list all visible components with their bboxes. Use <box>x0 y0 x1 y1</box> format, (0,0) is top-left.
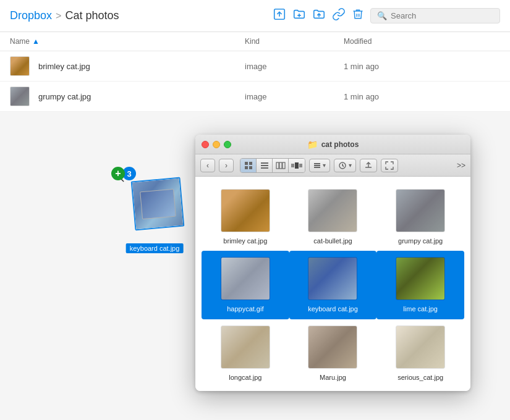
breadcrumb-separator: > <box>56 10 61 22</box>
finder-title-text: cat photos <box>321 140 359 149</box>
finder-item-thumbnail <box>396 189 445 232</box>
finder-item-thumbnail <box>396 257 445 300</box>
col-header-kind: Kind <box>245 37 344 46</box>
toolbar-expand-button[interactable]: >> <box>457 161 465 170</box>
link-icon[interactable] <box>332 7 346 24</box>
share-button[interactable] <box>360 159 377 172</box>
file-name-cell: brimley cat.jpg <box>10 56 245 76</box>
breadcrumb-current: Cat photos <box>65 9 119 22</box>
icon-view-button[interactable] <box>240 159 257 172</box>
finder-item[interactable]: grumpy cat.jpg <box>376 183 464 251</box>
svg-rect-16 <box>314 167 320 168</box>
svg-rect-11 <box>291 164 294 167</box>
finder-window: 📁 cat photos ‹ › ▾ ▾ <box>195 135 470 391</box>
finder-titlebar: 📁 cat photos <box>195 135 470 154</box>
file-name: brimley cat.jpg <box>38 62 90 71</box>
file-thumbnail <box>10 86 30 106</box>
finder-item[interactable]: longcat.jpg <box>202 319 289 387</box>
svg-rect-14 <box>314 163 320 164</box>
view-toggle-group <box>240 158 305 173</box>
header-actions: 🔍 <box>273 7 500 24</box>
file-kind: image <box>245 62 344 71</box>
finder-traffic-lights <box>202 141 231 148</box>
forward-button[interactable]: › <box>219 159 234 172</box>
fullscreen-button[interactable] <box>224 141 231 148</box>
new-folder-icon[interactable] <box>292 7 306 24</box>
finder-item-thumbnail <box>221 257 270 300</box>
sort-arrow-icon: ▲ <box>32 37 40 46</box>
finder-item-thumbnail <box>221 189 270 232</box>
search-icon: 🔍 <box>377 11 387 20</box>
delete-icon[interactable] <box>352 7 364 24</box>
arrange-chevron: ▾ <box>323 162 326 169</box>
drag-file-label: keyboard cat.jpg <box>126 243 184 253</box>
finder-item-label: happycat.gif <box>224 304 266 314</box>
finder-item-label: longcat.jpg <box>226 372 264 382</box>
finder-item-label: cat-bullet.jpg <box>311 236 354 246</box>
finder-item[interactable]: serious_cat.jpg <box>376 319 464 387</box>
svg-rect-7 <box>261 167 268 169</box>
file-name-cell: grumpy cat.jpg <box>10 86 245 106</box>
drag-area: ↖ + 3 keyboard cat.jpg <box>99 167 210 253</box>
svg-rect-2 <box>249 162 252 165</box>
fullscreen-toggle[interactable] <box>381 159 398 172</box>
finder-item[interactable]: cat-bullet.jpg <box>289 183 377 251</box>
file-modified: 1 min ago <box>344 62 500 71</box>
search-input[interactable] <box>391 11 493 20</box>
finder-folder-icon: 📁 <box>307 140 318 149</box>
svg-rect-6 <box>261 165 268 166</box>
file-rows: brimley cat.jpg image 1 min ago grumpy c… <box>0 51 510 112</box>
drag-preview-image <box>131 177 185 231</box>
column-view-button[interactable] <box>273 159 289 172</box>
finder-item[interactable]: keyboard cat.jpg <box>289 251 377 319</box>
svg-rect-13 <box>299 164 302 167</box>
arrange-button[interactable]: ▾ <box>309 159 330 172</box>
col-header-modified: Modified <box>344 37 500 46</box>
finder-item-label: Maru.jpg <box>317 372 349 382</box>
finder-item[interactable]: brimley cat.jpg <box>202 183 289 251</box>
cover-flow-button[interactable] <box>289 159 305 172</box>
file-name: grumpy cat.jpg <box>38 92 91 101</box>
finder-item-label: grumpy cat.jpg <box>396 236 445 246</box>
action-chevron: ▾ <box>349 162 352 169</box>
finder-item[interactable]: happycat.gif <box>202 251 289 319</box>
table-header: Name ▲ Kind Modified <box>0 32 510 51</box>
finder-item-label: keyboard cat.jpg <box>305 304 360 314</box>
dropbox-header: Dropbox > Cat photos <box>0 0 510 32</box>
svg-rect-5 <box>261 162 268 164</box>
breadcrumb-home[interactable]: Dropbox <box>10 9 52 22</box>
finder-item-label: serious_cat.jpg <box>395 372 446 382</box>
drag-add-badge: + <box>111 167 125 180</box>
table-row[interactable]: grumpy cat.jpg image 1 min ago <box>0 82 510 112</box>
share-folder-icon[interactable] <box>312 7 326 24</box>
minimize-button[interactable] <box>213 141 220 148</box>
finder-item-thumbnail <box>396 326 445 369</box>
svg-rect-9 <box>279 162 282 169</box>
close-button[interactable] <box>202 141 209 148</box>
finder-item[interactable]: Maru.jpg <box>289 319 377 387</box>
svg-rect-3 <box>245 166 248 169</box>
back-button[interactable]: ‹ <box>200 159 215 172</box>
col-header-name: Name ▲ <box>10 37 245 46</box>
finder-toolbar: ‹ › ▾ ▾ <box>195 154 470 177</box>
finder-title: 📁 cat photos <box>307 140 359 149</box>
table-row[interactable]: brimley cat.jpg image 1 min ago <box>0 51 510 82</box>
finder-item[interactable]: lime cat.jpg <box>376 251 464 319</box>
svg-rect-12 <box>295 162 299 169</box>
file-table: Name ▲ Kind Modified brimley cat.jpg ima… <box>0 32 510 112</box>
action-button[interactable]: ▾ <box>334 159 356 172</box>
search-box[interactable]: 🔍 <box>370 8 500 23</box>
svg-rect-8 <box>276 162 279 169</box>
file-thumbnail <box>10 56 30 76</box>
file-kind: image <box>245 92 344 101</box>
list-view-button[interactable] <box>257 159 273 172</box>
svg-rect-15 <box>314 165 320 166</box>
svg-rect-1 <box>245 162 248 165</box>
finder-item-label: brimley cat.jpg <box>221 236 270 246</box>
svg-rect-4 <box>249 166 252 169</box>
upload-icon[interactable] <box>273 7 286 24</box>
finder-content: brimley cat.jpg cat-bullet.jpg grumpy ca… <box>195 177 470 391</box>
finder-item-thumbnail <box>308 257 357 300</box>
breadcrumb: Dropbox > Cat photos <box>10 9 119 22</box>
finder-item-thumbnail <box>308 326 357 369</box>
